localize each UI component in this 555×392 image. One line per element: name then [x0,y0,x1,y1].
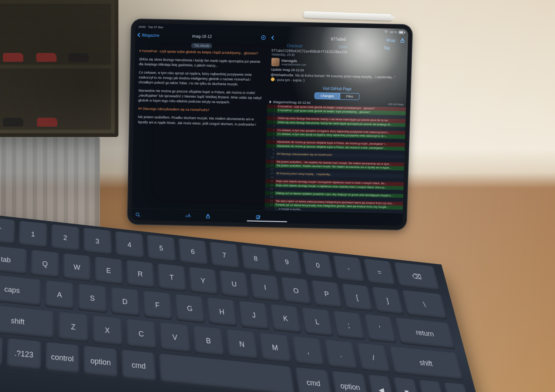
key[interactable]: K [270,304,302,334]
key[interactable]: O [280,277,312,306]
key[interactable]: Q [31,250,59,279]
search-icon[interactable] [135,212,140,217]
svg-line-5 [139,215,140,217]
share-icon[interactable] [400,38,405,43]
key[interactable]: .?123 [6,338,41,371]
diff-gutter: 4 [266,124,276,128]
share-icon[interactable] [205,213,211,218]
key[interactable]: X [92,315,123,346]
status-left: 19:02 Tue 27 Nov [138,25,164,29]
key[interactable]: U [219,270,249,299]
key[interactable]: tab [0,245,27,275]
key[interactable]: , [291,336,325,367]
diff-gutter: 13 [265,171,275,175]
key[interactable]: 4 [115,231,144,259]
wrap-toggle[interactable]: Wrap [386,38,396,43]
disclosure-triangle-icon [269,100,271,103]
key[interactable]: Z [58,312,88,343]
key[interactable]: E [94,257,123,285]
key[interactable]: V [159,322,191,353]
key[interactable]: - [333,255,365,283]
word-count-pill: 781 Words [191,43,212,49]
key[interactable]: ' [364,314,397,344]
diff-gutter: 8 [266,148,276,152]
key[interactable]: shift [0,304,54,339]
key[interactable]: cmd [121,349,157,382]
key[interactable]: D [110,287,140,317]
editor-back-button[interactable]: iMagazine [138,33,159,37]
ipad-device: 19:02 Tue 27 Nov 80 % iMagazine [128,19,412,229]
doc-paragraph: Wprawdzie nie można go jeszcze oficjalni… [138,88,264,106]
key[interactable]: 5 [147,235,176,262]
key[interactable]: \ [401,290,448,320]
key[interactable]: 7 [209,242,240,269]
key[interactable]: = [363,259,396,287]
key[interactable]: 9 [271,248,303,276]
key[interactable]: 0 [302,252,334,279]
author-email: magda@nozbe.com [282,63,306,67]
key[interactable]: R [126,260,155,289]
key[interactable]: 1 [18,221,47,248]
key[interactable]: [ [342,283,374,312]
key[interactable]: ◀ [367,375,395,392]
action-checkout[interactable]: Checkout [287,44,303,48]
editor-app: iMagazine imag-18-12 781 Words # HomePod… [131,30,269,223]
doc-paragraph: Nie jestem audiofilem. Rzadko słucham mu… [138,115,263,127]
key[interactable]: C [126,319,157,350]
key[interactable]: 2 [51,224,80,252]
key[interactable]: ] [371,287,404,315]
key[interactable]: F [142,291,173,321]
key[interactable]: T [157,264,187,292]
text-size-icon[interactable]: AA [185,213,191,218]
key[interactable]: ` [0,217,15,245]
key[interactable]: shift [389,346,464,381]
key[interactable]: . [324,339,358,371]
key[interactable]: S [78,284,107,314]
key[interactable]: ; [333,311,366,340]
key[interactable]: ▶ [443,382,472,392]
key[interactable]: ▲ [418,379,447,392]
key[interactable]: ▼ [393,377,421,392]
ipad-screen: 19:02 Tue 27 Nov 80 % iMagazine [131,23,408,226]
key[interactable]: option [83,346,118,378]
action-tag[interactable]: Tag [384,46,390,50]
key[interactable]: ⌫ [394,262,440,291]
doc-paragraph: Zbliża się okres Bożego Narodzenia i każ… [139,57,265,70]
diff-gutter: 1 [267,104,277,108]
doc-h1: # HomePod - czyli spraw sobie głośnik na… [139,48,265,56]
editor-preview-button[interactable] [260,35,266,40]
document-body[interactable]: # HomePod - czyli spraw sobie głośnik na… [132,48,269,211]
git-back-button[interactable] [272,36,275,40]
emoji-icon [271,78,275,81]
key[interactable]: option [331,371,369,392]
key[interactable]: L [301,307,334,337]
key[interactable]: N [226,329,258,360]
diff-gutter: 17 [265,191,275,195]
key[interactable]: P [311,280,343,309]
action-undo[interactable]: Undo [339,45,347,49]
key[interactable]: M [259,332,292,363]
mention: @michaelnozbe [271,73,293,77]
key[interactable]: 🌐 [0,335,3,367]
key[interactable]: G [175,294,205,324]
key[interactable]: cmd [295,367,333,392]
key[interactable]: / [356,343,391,374]
key[interactable]: W [63,253,91,282]
key[interactable]: H [206,297,238,327]
diff-view[interactable]: 1# HomePod - czyli spraw sobie głośnik n… [264,104,406,226]
key[interactable]: Y [188,267,218,296]
key[interactable]: I [250,274,280,302]
key[interactable]: B [192,326,225,357]
seg-files[interactable]: Files [340,93,359,100]
seg-changes[interactable]: Changes [314,92,340,100]
key[interactable]: 6 [178,238,208,266]
compose-icon[interactable] [255,214,260,220]
key[interactable]: 8 [240,245,272,273]
key[interactable]: return [394,317,455,350]
key[interactable]: control [45,342,80,375]
diff-gutter: 5 [266,128,276,132]
key[interactable]: 3 [83,228,112,255]
key[interactable]: J [238,301,270,331]
key[interactable]: caps [0,274,41,306]
key[interactable]: A [45,280,74,310]
